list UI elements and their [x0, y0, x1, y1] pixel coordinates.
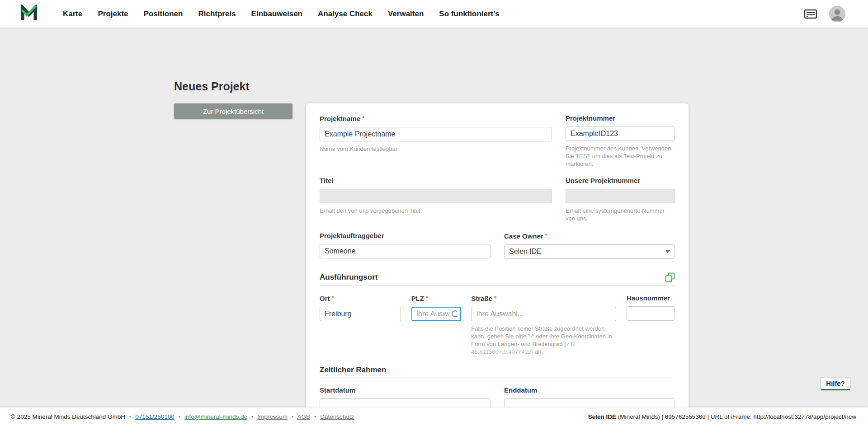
field-ort: Ort* — [320, 294, 401, 321]
server-icon[interactable] — [804, 9, 817, 19]
impressum-link[interactable]: Impressum — [257, 413, 288, 420]
row-titel-unsere-projektnummer: Titel Erhält den von uns vorgegebenen Ti… — [320, 177, 675, 222]
unsere-projektnummer-helper: Erhält eine systemgenerierte Nummer von … — [566, 207, 675, 222]
field-plz: PLZ* — [411, 294, 461, 321]
section-divider — [320, 378, 675, 378]
page-title: Neues Projekt — [174, 80, 250, 93]
datenschutz-link[interactable]: Datenschutz — [320, 413, 354, 420]
projektname-helper: Name vom Kunden festlegbar — [320, 145, 552, 153]
nav-item-projekte[interactable]: Projekte — [90, 9, 136, 19]
nav-item-positionen[interactable]: Positionen — [136, 9, 191, 19]
session-user: Selen IDE — [588, 413, 616, 420]
row-projektname-projektnummer: Projektname* Name vom Kunden festlegbar … — [320, 114, 675, 168]
row-address: Ort* PLZ* Straße* Falls die Position kei… — [320, 294, 675, 356]
strasse-helper: Falls die Position keiner Straße zugeord… — [471, 325, 616, 356]
hausnummer-label: Hausnummer — [627, 294, 675, 302]
user-avatar-icon[interactable] — [829, 6, 845, 22]
footer-left: © 2025 Mineral Minds Deutschland GmbH • … — [11, 413, 354, 420]
hausnummer-input[interactable] — [627, 306, 675, 321]
field-case-owner: Case Owner* Selen IDE — [504, 232, 675, 259]
unsere-projektnummer-input — [566, 189, 675, 203]
section-ausfuehrungsort-header: Ausführungsort — [320, 272, 675, 282]
nav-item-analyse-check[interactable]: Analyse Check — [310, 9, 380, 19]
projektname-input[interactable] — [320, 127, 552, 141]
required-asterisk: * — [545, 232, 547, 239]
case-owner-value: Selen IDE — [509, 248, 542, 256]
titel-input — [320, 189, 552, 203]
case-owner-select[interactable]: Selen IDE — [504, 244, 675, 259]
ort-label: Ort* — [320, 294, 401, 303]
chevron-down-icon — [665, 250, 670, 253]
field-unsere-projektnummer: Unsere Projektnummer Erhält eine systemg… — [566, 177, 675, 222]
titel-label: Titel — [320, 177, 552, 185]
new-project-form-card: Projektname* Name vom Kunden festlegbar … — [306, 103, 689, 425]
required-asterisk: * — [426, 295, 428, 301]
help-button[interactable]: Hilfe? — [821, 377, 850, 390]
ort-input[interactable] — [320, 307, 401, 321]
row-auftraggeber-caseowner: Projektauftraggeber Case Owner* Selen ID… — [320, 232, 675, 259]
copyright-text: © 2025 Mineral Minds Deutschland GmbH — [11, 413, 125, 420]
strasse-input[interactable] — [471, 307, 616, 321]
projektname-label: Projektname* — [320, 114, 552, 123]
field-hausnummer: Hausnummer — [627, 294, 675, 321]
nav-item-einbauweisen[interactable]: Einbauweisen — [244, 9, 310, 19]
top-navbar: Karte Projekte Positionen Richtpreis Ein… — [0, 0, 868, 28]
titel-helper: Erhält den von uns vorgegebenen Titel. — [320, 207, 552, 215]
project-overview-button[interactable]: Zur Projektübersicht — [174, 103, 292, 119]
plz-label: PLZ* — [411, 294, 461, 303]
page-content: Neues Projekt Zur Projektübersicht Proje… — [0, 28, 868, 407]
phone-link[interactable]: 07151/250100 — [135, 413, 174, 420]
startdatum-label: Startdatum — [320, 386, 491, 394]
case-owner-label: Case Owner* — [504, 232, 675, 240]
enddatum-label: Enddatum — [504, 386, 675, 394]
nav-item-karte[interactable]: Karte — [55, 9, 90, 19]
projektnummer-input[interactable] — [566, 126, 675, 141]
agb-link[interactable]: AGB — [297, 413, 311, 420]
field-strasse: Straße* Falls die Position keiner Straße… — [471, 294, 616, 356]
field-titel: Titel Erhält den von uns vorgegebenen Ti… — [320, 177, 552, 215]
field-projektauftraggeber: Projektauftraggeber — [320, 232, 491, 258]
projektauftraggeber-label: Projektauftraggeber — [320, 232, 491, 240]
field-projektnummer: Projektnummer Projektnummer des Kunden. … — [566, 114, 675, 168]
ausfuehrungsort-heading: Ausführungsort — [320, 273, 377, 282]
section-zeitlicher-rahmen-header: Zeitlicher Rahmen — [320, 365, 675, 375]
required-asterisk: * — [332, 295, 334, 301]
field-projektname: Projektname* Name vom Kunden festlegbar — [320, 114, 552, 153]
unsere-projektnummer-label: Unsere Projektnummer — [566, 177, 675, 185]
header-actions — [804, 6, 845, 22]
section-divider — [320, 286, 675, 286]
nav-item-verwalten[interactable]: Verwalten — [380, 9, 431, 19]
main-nav: Karte Projekte Positionen Richtpreis Ein… — [55, 9, 507, 19]
session-info: (Mineral Minds) | 69576255536d | URL of … — [616, 413, 856, 420]
projektauftraggeber-input[interactable] — [320, 244, 491, 258]
required-asterisk: * — [494, 295, 496, 301]
app-logo[interactable] — [20, 5, 39, 23]
loading-spinner-icon — [452, 310, 458, 317]
copy-icon[interactable] — [665, 272, 675, 282]
email-link[interactable]: info@mineral-minds.de — [184, 413, 247, 420]
projektnummer-label: Projektnummer — [566, 114, 675, 122]
projektnummer-helper: Projektnummer des Kunden. Verwenden Sie … — [566, 145, 675, 168]
footer: © 2025 Mineral Minds Deutschland GmbH • … — [0, 407, 868, 426]
logo-icon — [20, 5, 39, 23]
required-asterisk: * — [362, 115, 364, 122]
nav-item-so-funktionierts[interactable]: So funktioniert's — [431, 9, 507, 19]
footer-right: Selen IDE (Mineral Minds) | 69576255536d… — [588, 413, 856, 420]
zeitlicher-rahmen-heading: Zeitlicher Rahmen — [320, 365, 386, 375]
nav-item-richtpreis[interactable]: Richtpreis — [190, 9, 243, 19]
strasse-label: Straße* — [471, 294, 616, 303]
